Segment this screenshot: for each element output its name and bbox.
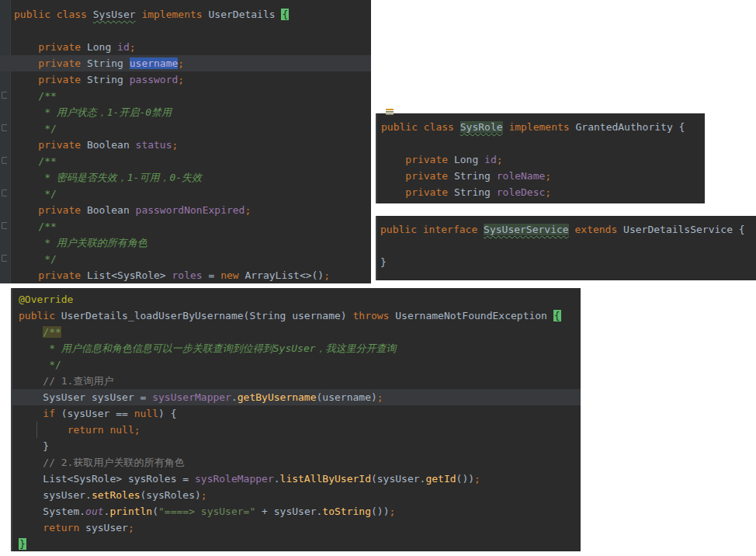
code-token: implements	[508, 121, 569, 133]
code-token	[14, 57, 38, 69]
code-token: "====> sysUser="	[158, 506, 255, 517]
code-token	[19, 408, 43, 419]
code-token: String	[448, 170, 497, 182]
code-token: /**	[14, 90, 57, 102]
code-token: ;	[128, 522, 134, 533]
panel-edge-strip	[376, 216, 377, 280]
code-token: ;	[244, 204, 251, 216]
code-token: ;	[130, 41, 136, 53]
code-line: return null;	[11, 422, 581, 438]
code-token: throws	[352, 310, 389, 321]
code-token	[477, 224, 484, 235]
panel-edge-strip	[11, 288, 12, 551]
code-line: private Long id;	[376, 151, 705, 168]
code-line: * 密码是否失效，1-可用，0-失效	[0, 169, 371, 186]
code-token	[87, 9, 93, 20]
code-token: implements	[141, 9, 202, 20]
code-token: * 密码是否失效，1-可用，0-失效	[14, 172, 202, 183]
code-token: {	[553, 310, 561, 321]
code-editor-panel-sysrole-class[interactable]: public class SysRole implements GrantedA…	[376, 113, 705, 203]
code-token: class	[424, 121, 454, 133]
code-line: /**	[0, 153, 371, 169]
code-line: public interface SysUserService extends …	[376, 221, 756, 238]
code-token: }	[19, 440, 49, 452]
code-token: * 用户关联的所有角色	[14, 237, 147, 248]
code-line: public class SysUser implements UserDeta…	[0, 6, 371, 23]
code-token: new	[220, 269, 238, 281]
code-line: SysUser sysUser = sysUserMapper.getByUse…	[11, 389, 581, 405]
code-token	[14, 269, 38, 281]
code-line: private String password;	[0, 71, 371, 88]
code-token	[19, 522, 43, 533]
code-token: .	[274, 473, 280, 485]
code-token: String	[448, 186, 497, 198]
code-token: private	[38, 139, 81, 151]
code-token: + sysUser.	[255, 506, 322, 517]
code-token: return	[68, 424, 104, 436]
code-token: id	[117, 41, 130, 53]
code-token	[14, 74, 38, 85]
code-line: */	[0, 186, 371, 202]
code-token: public	[381, 121, 418, 133]
code-token: ;	[474, 473, 480, 485]
code-token: ;	[545, 186, 551, 198]
code-token: ())	[456, 473, 474, 485]
menu-icon[interactable]	[386, 109, 394, 116]
code-token: /**	[14, 155, 57, 167]
code-token: sysRoleMapper	[195, 473, 274, 485]
code-token: getId	[425, 473, 456, 485]
code-token: private	[405, 154, 448, 165]
code-line: // 1.查询用户	[11, 373, 581, 389]
code-token: String	[81, 74, 130, 85]
code-line: @Override	[11, 291, 581, 308]
code-line	[376, 238, 756, 254]
code-editor-panel-sysuser-class[interactable]: public class SysUser implements UserDeta…	[0, 0, 371, 283]
code-token: System.	[19, 506, 85, 517]
code-token: (sysUser.	[371, 473, 425, 485]
code-editor-panel-sysuserservice-interface[interactable]: public interface SysUserService extends …	[376, 216, 756, 280]
code-line: // 2.获取用户关联的所有角色	[11, 454, 581, 471]
code-token: }	[19, 538, 26, 550]
code-token: // 2.获取用户关联的所有角色	[19, 457, 184, 468]
code-token: Long	[81, 41, 117, 53]
code-token: private	[38, 204, 81, 216]
code-token: roleName	[497, 170, 546, 182]
code-token: private	[38, 74, 81, 85]
code-token: ;	[172, 139, 179, 151]
code-token	[14, 139, 38, 151]
code-token	[19, 424, 68, 436]
code-line: private String roleDesc;	[376, 184, 705, 200]
indent-guide	[36, 422, 37, 438]
code-token: ;	[389, 506, 395, 517]
code-token: SysUser sysUser =	[19, 391, 152, 403]
code-editor-panel-loaduserbyusername-method[interactable]: @Overridepublic UserDetails_loadUserByUs…	[11, 288, 581, 551]
code-token: null	[134, 408, 158, 419]
code-line: List<SysRole> sysRoles = sysRoleMapper.l…	[11, 471, 581, 487]
code-line: private Boolean passwordNonExpired;	[0, 202, 371, 218]
code-token: GrantedAuthority {	[570, 121, 685, 133]
code-token	[381, 186, 405, 198]
code-token: ())	[371, 506, 389, 517]
code-line: }	[376, 254, 756, 270]
code-token: ;	[134, 424, 140, 436]
code-token	[14, 204, 38, 216]
code-token: UserDetails_loadUserByUsername(String us…	[55, 310, 353, 321]
code-token: (	[152, 506, 158, 517]
code-token: ;	[324, 269, 330, 281]
code-line: private List<SysRole> roles = new ArrayL…	[0, 267, 371, 283]
code-token: /**	[43, 326, 61, 338]
code-token: .	[231, 391, 238, 403]
code-token: return	[43, 522, 79, 533]
code-token: UserDetailsService {	[617, 224, 744, 235]
code-token: ;	[178, 57, 184, 69]
code-token: passwordNonExpired	[136, 204, 245, 216]
code-token: toString	[322, 506, 371, 517]
code-line: private String username;	[0, 55, 371, 71]
code-token: private	[38, 269, 81, 281]
code-token	[454, 121, 460, 133]
code-line: System.out.println("====> sysUser=" + sy…	[11, 503, 581, 520]
code-line: /**	[0, 218, 371, 235]
code-token	[14, 41, 38, 53]
code-token: List<SysRole> sysRoles =	[19, 473, 195, 485]
code-token: ;	[201, 489, 207, 501]
